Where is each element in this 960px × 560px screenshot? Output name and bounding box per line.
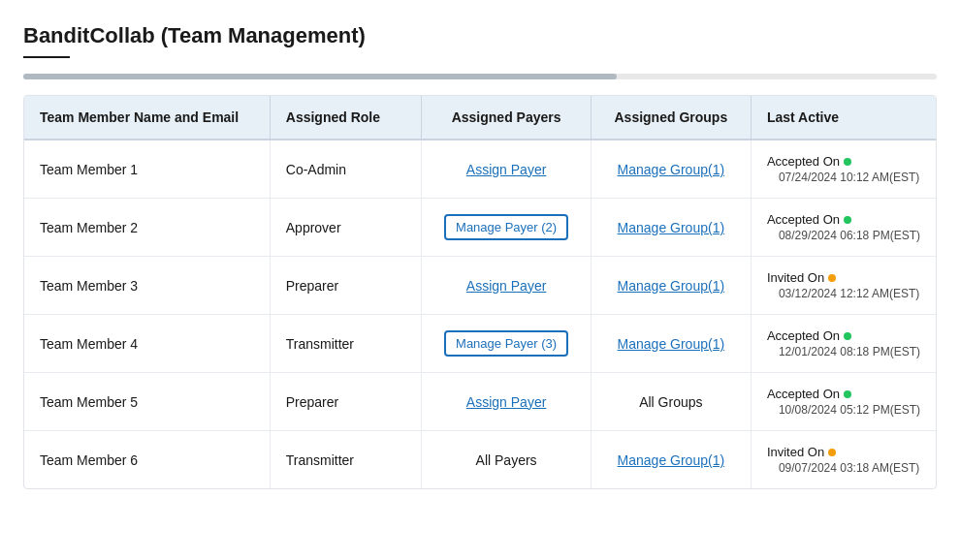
status-dot-3 (844, 332, 851, 340)
cell-role-3: Transmitter (270, 315, 422, 373)
table-header-row: Team Member Name and Email Assigned Role… (24, 96, 936, 140)
date-text-1: 08/29/2024 06:18 PM(EST) (779, 229, 920, 242)
cell-role-0: Co-Admin (270, 140, 422, 199)
manage-group-link-3[interactable]: Manage Group(1) (618, 336, 725, 352)
status-dot-4 (844, 390, 851, 398)
status-text-4: Accepted On (767, 387, 840, 401)
date-text-3: 12/01/2024 08:18 PM(EST) (779, 345, 920, 358)
manage-payer-button-1[interactable]: Manage Payer (2) (444, 214, 568, 240)
status-line-1: Accepted On (767, 212, 920, 227)
col-header-groups: Assigned Groups (591, 96, 751, 140)
cell-groups-5: Manage Group(1) (591, 431, 751, 489)
table-row: Team Member 2ApproverManage Payer (2)Man… (24, 199, 936, 257)
manage-group-link-0[interactable]: Manage Group(1) (618, 162, 725, 177)
cell-active-0: Accepted On07/24/2024 10:12 AM(EST) (751, 140, 936, 199)
cell-active-3: Accepted On12/01/2024 08:18 PM(EST) (751, 315, 936, 373)
status-dot-1 (844, 216, 851, 224)
manage-payer-button-3[interactable]: Manage Payer (3) (444, 330, 568, 357)
cell-name-0: Team Member 1 (24, 140, 270, 199)
status-line-0: Accepted On (767, 154, 920, 169)
col-header-role: Assigned Role (270, 96, 422, 140)
status-dot-0 (844, 158, 851, 166)
cell-payers-3: Manage Payer (3) (422, 315, 591, 373)
table-row: Team Member 6TransmitterAll PayersManage… (24, 431, 936, 489)
cell-groups-4: All Groups (591, 373, 751, 431)
table-row: Team Member 4TransmitterManage Payer (3)… (24, 315, 936, 373)
status-line-2: Invited On (767, 270, 920, 285)
status-text-5: Invited On (767, 445, 824, 459)
assign-payer-link-2[interactable]: Assign Payer (466, 278, 546, 294)
status-line-5: Invited On (767, 445, 920, 459)
col-header-payers: Assigned Payers (422, 96, 591, 140)
status-text-3: Accepted On (767, 328, 840, 343)
status-text-2: Invited On (767, 270, 824, 285)
date-text-5: 09/07/2024 03:18 AM(EST) (779, 461, 920, 475)
cell-payers-1: Manage Payer (2) (422, 199, 591, 257)
title-divider (23, 56, 70, 58)
manage-group-link-5[interactable]: Manage Group(1) (618, 452, 725, 468)
date-text-0: 07/24/2024 10:12 AM(EST) (779, 171, 920, 184)
scroll-thumb[interactable] (23, 74, 617, 79)
cell-payers-0: Assign Payer (422, 140, 591, 199)
cell-groups-0: Manage Group(1) (591, 140, 751, 199)
cell-groups-2: Manage Group(1) (591, 257, 751, 315)
cell-role-1: Approver (270, 199, 422, 257)
status-line-4: Accepted On (767, 387, 920, 401)
cell-name-4: Team Member 5 (24, 373, 270, 431)
scroll-track[interactable] (23, 74, 937, 79)
status-line-3: Accepted On (767, 328, 920, 343)
table-row: Team Member 3PreparerAssign PayerManage … (24, 257, 936, 315)
assign-payer-link-4[interactable]: Assign Payer (466, 394, 546, 410)
page-container: BanditCollab (Team Management) Team Memb… (0, 0, 960, 513)
cell-active-2: Invited On03/12/2024 12:12 AM(EST) (751, 257, 936, 315)
cell-role-2: Preparer (270, 257, 422, 315)
col-header-name: Team Member Name and Email (24, 96, 270, 140)
date-text-4: 10/08/2024 05:12 PM(EST) (779, 403, 920, 417)
status-text-1: Accepted On (767, 212, 840, 227)
cell-active-5: Invited On09/07/2024 03:18 AM(EST) (751, 431, 936, 489)
status-dot-2 (828, 274, 836, 282)
assign-payer-link-0[interactable]: Assign Payer (466, 162, 546, 177)
team-table-wrapper: Team Member Name and Email Assigned Role… (23, 95, 937, 489)
cell-name-2: Team Member 3 (24, 257, 270, 315)
cell-payers-5: All Payers (422, 431, 591, 489)
date-text-2: 03/12/2024 12:12 AM(EST) (779, 287, 920, 300)
cell-payers-2: Assign Payer (422, 257, 591, 315)
status-dot-5 (828, 449, 836, 456)
cell-role-4: Preparer (270, 373, 422, 431)
col-header-active: Last Active (751, 96, 936, 140)
cell-groups-3: Manage Group(1) (591, 315, 751, 373)
team-table: Team Member Name and Email Assigned Role… (24, 96, 936, 488)
cell-active-1: Accepted On08/29/2024 06:18 PM(EST) (751, 199, 936, 257)
cell-name-3: Team Member 4 (24, 315, 270, 373)
manage-group-link-2[interactable]: Manage Group(1) (618, 278, 725, 294)
cell-role-5: Transmitter (270, 431, 422, 489)
cell-payers-4: Assign Payer (422, 373, 591, 431)
cell-active-4: Accepted On10/08/2024 05:12 PM(EST) (751, 373, 936, 431)
status-text-0: Accepted On (767, 154, 840, 169)
table-row: Team Member 5PreparerAssign PayerAll Gro… (24, 373, 936, 431)
manage-group-link-1[interactable]: Manage Group(1) (618, 220, 725, 235)
page-title: BanditCollab (Team Management) (23, 23, 937, 48)
cell-name-5: Team Member 6 (24, 431, 270, 489)
table-row: Team Member 1Co-AdminAssign PayerManage … (24, 140, 936, 199)
cell-groups-1: Manage Group(1) (591, 199, 751, 257)
cell-name-1: Team Member 2 (24, 199, 270, 257)
